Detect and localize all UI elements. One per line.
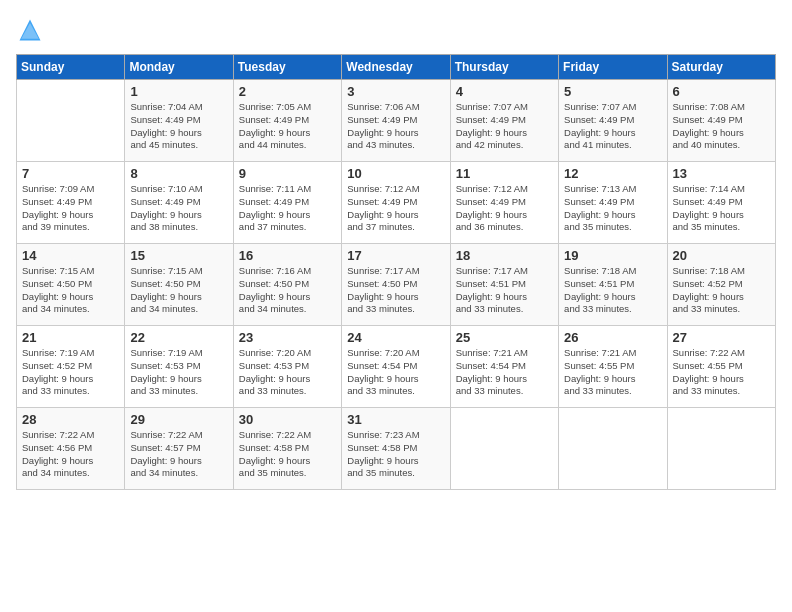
day-info: Sunrise: 7:22 AM Sunset: 4:56 PM Dayligh… <box>22 429 120 480</box>
day-info: Sunrise: 7:04 AM Sunset: 4:49 PM Dayligh… <box>130 101 228 152</box>
day-number: 20 <box>673 248 771 263</box>
svg-marker-1 <box>21 23 39 39</box>
calendar-table: SundayMondayTuesdayWednesdayThursdayFrid… <box>16 54 776 490</box>
day-info: Sunrise: 7:15 AM Sunset: 4:50 PM Dayligh… <box>22 265 120 316</box>
day-info: Sunrise: 7:22 AM Sunset: 4:57 PM Dayligh… <box>130 429 228 480</box>
day-cell: 21Sunrise: 7:19 AM Sunset: 4:52 PM Dayli… <box>17 326 125 408</box>
day-cell: 28Sunrise: 7:22 AM Sunset: 4:56 PM Dayli… <box>17 408 125 490</box>
day-cell: 13Sunrise: 7:14 AM Sunset: 4:49 PM Dayli… <box>667 162 775 244</box>
day-number: 5 <box>564 84 662 99</box>
day-info: Sunrise: 7:18 AM Sunset: 4:52 PM Dayligh… <box>673 265 771 316</box>
day-info: Sunrise: 7:19 AM Sunset: 4:53 PM Dayligh… <box>130 347 228 398</box>
day-info: Sunrise: 7:12 AM Sunset: 4:49 PM Dayligh… <box>456 183 554 234</box>
day-info: Sunrise: 7:22 AM Sunset: 4:55 PM Dayligh… <box>673 347 771 398</box>
day-info: Sunrise: 7:09 AM Sunset: 4:49 PM Dayligh… <box>22 183 120 234</box>
day-info: Sunrise: 7:05 AM Sunset: 4:49 PM Dayligh… <box>239 101 337 152</box>
header-cell-thursday: Thursday <box>450 55 558 80</box>
day-cell: 5Sunrise: 7:07 AM Sunset: 4:49 PM Daylig… <box>559 80 667 162</box>
day-info: Sunrise: 7:12 AM Sunset: 4:49 PM Dayligh… <box>347 183 445 234</box>
day-number: 31 <box>347 412 445 427</box>
day-cell: 1Sunrise: 7:04 AM Sunset: 4:49 PM Daylig… <box>125 80 233 162</box>
day-cell: 18Sunrise: 7:17 AM Sunset: 4:51 PM Dayli… <box>450 244 558 326</box>
day-cell <box>667 408 775 490</box>
day-cell: 22Sunrise: 7:19 AM Sunset: 4:53 PM Dayli… <box>125 326 233 408</box>
day-info: Sunrise: 7:17 AM Sunset: 4:51 PM Dayligh… <box>456 265 554 316</box>
day-number: 28 <box>22 412 120 427</box>
day-number: 10 <box>347 166 445 181</box>
day-cell: 17Sunrise: 7:17 AM Sunset: 4:50 PM Dayli… <box>342 244 450 326</box>
header-cell-wednesday: Wednesday <box>342 55 450 80</box>
day-cell: 4Sunrise: 7:07 AM Sunset: 4:49 PM Daylig… <box>450 80 558 162</box>
day-cell: 2Sunrise: 7:05 AM Sunset: 4:49 PM Daylig… <box>233 80 341 162</box>
day-info: Sunrise: 7:22 AM Sunset: 4:58 PM Dayligh… <box>239 429 337 480</box>
week-row-4: 28Sunrise: 7:22 AM Sunset: 4:56 PM Dayli… <box>17 408 776 490</box>
day-cell: 6Sunrise: 7:08 AM Sunset: 4:49 PM Daylig… <box>667 80 775 162</box>
day-cell: 30Sunrise: 7:22 AM Sunset: 4:58 PM Dayli… <box>233 408 341 490</box>
day-number: 7 <box>22 166 120 181</box>
day-info: Sunrise: 7:21 AM Sunset: 4:54 PM Dayligh… <box>456 347 554 398</box>
header-cell-saturday: Saturday <box>667 55 775 80</box>
day-number: 23 <box>239 330 337 345</box>
header-cell-tuesday: Tuesday <box>233 55 341 80</box>
header-cell-monday: Monday <box>125 55 233 80</box>
day-info: Sunrise: 7:21 AM Sunset: 4:55 PM Dayligh… <box>564 347 662 398</box>
day-info: Sunrise: 7:23 AM Sunset: 4:58 PM Dayligh… <box>347 429 445 480</box>
day-number: 12 <box>564 166 662 181</box>
day-cell: 26Sunrise: 7:21 AM Sunset: 4:55 PM Dayli… <box>559 326 667 408</box>
day-cell <box>17 80 125 162</box>
day-number: 27 <box>673 330 771 345</box>
day-number: 4 <box>456 84 554 99</box>
day-cell: 23Sunrise: 7:20 AM Sunset: 4:53 PM Dayli… <box>233 326 341 408</box>
day-number: 26 <box>564 330 662 345</box>
day-cell: 15Sunrise: 7:15 AM Sunset: 4:50 PM Dayli… <box>125 244 233 326</box>
day-cell: 12Sunrise: 7:13 AM Sunset: 4:49 PM Dayli… <box>559 162 667 244</box>
day-number: 11 <box>456 166 554 181</box>
day-cell: 20Sunrise: 7:18 AM Sunset: 4:52 PM Dayli… <box>667 244 775 326</box>
day-number: 25 <box>456 330 554 345</box>
day-number: 8 <box>130 166 228 181</box>
day-cell: 31Sunrise: 7:23 AM Sunset: 4:58 PM Dayli… <box>342 408 450 490</box>
day-cell: 11Sunrise: 7:12 AM Sunset: 4:49 PM Dayli… <box>450 162 558 244</box>
day-info: Sunrise: 7:17 AM Sunset: 4:50 PM Dayligh… <box>347 265 445 316</box>
week-row-1: 7Sunrise: 7:09 AM Sunset: 4:49 PM Daylig… <box>17 162 776 244</box>
day-info: Sunrise: 7:18 AM Sunset: 4:51 PM Dayligh… <box>564 265 662 316</box>
day-number: 6 <box>673 84 771 99</box>
day-number: 17 <box>347 248 445 263</box>
day-cell: 27Sunrise: 7:22 AM Sunset: 4:55 PM Dayli… <box>667 326 775 408</box>
day-number: 24 <box>347 330 445 345</box>
day-cell: 3Sunrise: 7:06 AM Sunset: 4:49 PM Daylig… <box>342 80 450 162</box>
day-number: 16 <box>239 248 337 263</box>
day-info: Sunrise: 7:16 AM Sunset: 4:50 PM Dayligh… <box>239 265 337 316</box>
day-number: 21 <box>22 330 120 345</box>
day-info: Sunrise: 7:11 AM Sunset: 4:49 PM Dayligh… <box>239 183 337 234</box>
week-row-0: 1Sunrise: 7:04 AM Sunset: 4:49 PM Daylig… <box>17 80 776 162</box>
header-row: SundayMondayTuesdayWednesdayThursdayFrid… <box>17 55 776 80</box>
logo <box>16 16 48 44</box>
day-number: 2 <box>239 84 337 99</box>
day-info: Sunrise: 7:08 AM Sunset: 4:49 PM Dayligh… <box>673 101 771 152</box>
day-cell <box>450 408 558 490</box>
day-number: 29 <box>130 412 228 427</box>
calendar-body: 1Sunrise: 7:04 AM Sunset: 4:49 PM Daylig… <box>17 80 776 490</box>
day-number: 15 <box>130 248 228 263</box>
day-number: 30 <box>239 412 337 427</box>
day-info: Sunrise: 7:10 AM Sunset: 4:49 PM Dayligh… <box>130 183 228 234</box>
day-number: 19 <box>564 248 662 263</box>
day-number: 14 <box>22 248 120 263</box>
day-info: Sunrise: 7:15 AM Sunset: 4:50 PM Dayligh… <box>130 265 228 316</box>
day-cell <box>559 408 667 490</box>
day-number: 3 <box>347 84 445 99</box>
day-info: Sunrise: 7:20 AM Sunset: 4:53 PM Dayligh… <box>239 347 337 398</box>
day-number: 1 <box>130 84 228 99</box>
day-info: Sunrise: 7:07 AM Sunset: 4:49 PM Dayligh… <box>456 101 554 152</box>
day-cell: 14Sunrise: 7:15 AM Sunset: 4:50 PM Dayli… <box>17 244 125 326</box>
day-number: 13 <box>673 166 771 181</box>
day-info: Sunrise: 7:20 AM Sunset: 4:54 PM Dayligh… <box>347 347 445 398</box>
day-info: Sunrise: 7:14 AM Sunset: 4:49 PM Dayligh… <box>673 183 771 234</box>
week-row-3: 21Sunrise: 7:19 AM Sunset: 4:52 PM Dayli… <box>17 326 776 408</box>
day-cell: 9Sunrise: 7:11 AM Sunset: 4:49 PM Daylig… <box>233 162 341 244</box>
week-row-2: 14Sunrise: 7:15 AM Sunset: 4:50 PM Dayli… <box>17 244 776 326</box>
day-cell: 7Sunrise: 7:09 AM Sunset: 4:49 PM Daylig… <box>17 162 125 244</box>
day-cell: 10Sunrise: 7:12 AM Sunset: 4:49 PM Dayli… <box>342 162 450 244</box>
day-info: Sunrise: 7:13 AM Sunset: 4:49 PM Dayligh… <box>564 183 662 234</box>
